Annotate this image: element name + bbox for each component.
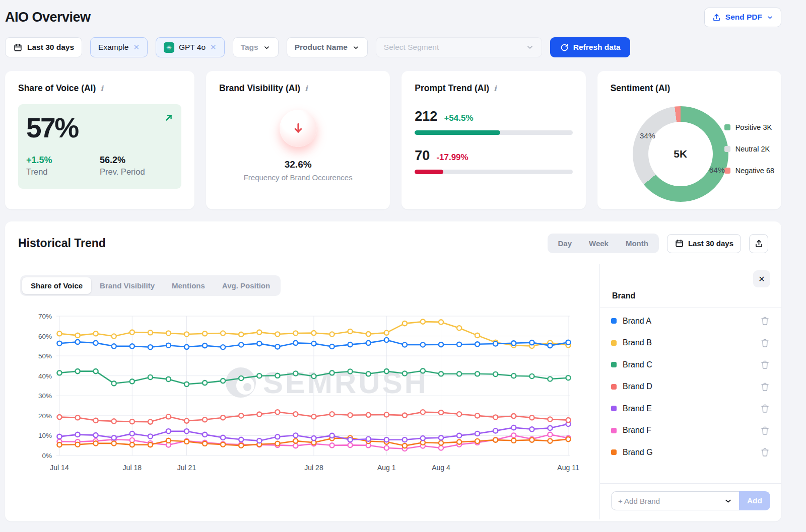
brand-name-label: Brand B [623, 338, 652, 347]
svg-text:Aug 1: Aug 1 [377, 464, 396, 472]
brand-row-brand-e: Brand E [611, 398, 770, 420]
segment-select[interactable]: Select Segment [376, 37, 542, 57]
progress-track [415, 170, 572, 174]
share-of-voice-stats: +1.5% Trend 56.2% Prev. Period [26, 155, 173, 177]
delete-brand-button[interactable] [760, 382, 770, 392]
granularity-day[interactable]: Day [550, 236, 581, 251]
kpi-cards: Share of Voice (AI) i 57% +1.5% Trend 56… [5, 71, 781, 209]
trend-label: Trend [26, 167, 100, 177]
historical-trend-title: Historical Trend [18, 237, 106, 250]
prompt-change-down: -17.99% [436, 153, 468, 163]
refresh-label: Refresh data [573, 43, 621, 52]
down-indicator-circle [280, 110, 317, 147]
export-button[interactable] [749, 234, 768, 253]
svg-text:Aug 4: Aug 4 [432, 464, 450, 472]
chevron-down-icon [724, 497, 732, 505]
svg-text:Jul 18: Jul 18 [123, 464, 142, 472]
prompt-count-down: 70 [415, 148, 430, 164]
brand-color-swatch [611, 428, 617, 433]
svg-text:0%: 0% [42, 452, 52, 460]
delete-brand-button[interactable] [760, 403, 770, 414]
filter-chip-example[interactable]: Example ✕ [90, 37, 148, 57]
brand-panel: ✕ Brand Brand ABrand BBrand CBrand DBran… [599, 264, 781, 519]
brand-name-label: Brand F [623, 426, 651, 435]
close-panel-icon[interactable]: ✕ [753, 270, 770, 287]
refresh-icon [560, 43, 569, 52]
tags-dropdown[interactable]: Tags [233, 37, 279, 57]
granularity-week[interactable]: Week [580, 236, 617, 251]
prompt-trend-row-up: 212 +54.5% [415, 109, 572, 135]
brand-color-swatch [611, 384, 617, 390]
calendar-icon [675, 239, 684, 248]
brand-color-swatch [611, 449, 617, 455]
brand-visibility-title: Brand Visibility (AI) [219, 83, 300, 94]
add-brand-select[interactable]: + Add Brand [611, 491, 739, 510]
delete-brand-button[interactable] [760, 316, 770, 326]
progress-fill-down [415, 170, 443, 174]
brand-color-swatch [611, 340, 617, 346]
sentiment-legend: Positive 3KNeutral 2KNegative 68 [724, 122, 776, 187]
card-title: Prompt Trend (AI) i [415, 83, 572, 94]
legend-label: Negative 68 [735, 167, 774, 175]
sentiment-title: Sentiment (AI) [611, 83, 670, 94]
trash-icon [760, 382, 770, 392]
chevron-down-icon [766, 14, 774, 21]
send-pdf-button[interactable]: Send PDF [704, 8, 781, 27]
info-icon[interactable]: i [100, 84, 103, 93]
brand-name-label: Brand E [623, 404, 652, 413]
calendar-icon [13, 43, 23, 52]
progress-track [415, 130, 572, 135]
remove-chip-icon[interactable]: ✕ [210, 43, 217, 52]
svg-text:Jul 14: Jul 14 [50, 464, 69, 472]
svg-text:10%: 10% [38, 432, 52, 439]
delete-brand-button[interactable] [760, 425, 770, 436]
delete-brand-button[interactable] [760, 338, 770, 348]
donut-center-value: 5K [633, 106, 728, 202]
metric-tabs: Share of Voice Brand Visibility Mentions… [20, 275, 281, 296]
filter-chip-model[interactable]: ✳ GPT 4o ✕ [156, 37, 225, 57]
tab-mentions[interactable]: Mentions [163, 277, 214, 294]
brand-visibility-subtitle: Frequency of Brand Occurences [244, 173, 353, 182]
historical-date-range-button[interactable]: Last 30 days [667, 234, 741, 253]
share-of-voice-card: Share of Voice (AI) i 57% +1.5% Trend 56… [5, 71, 194, 209]
brand-row-brand-a: Brand A [611, 310, 770, 332]
tab-avg-position[interactable]: Avg. Position [214, 277, 279, 294]
info-icon[interactable]: i [305, 84, 308, 93]
delete-brand-button[interactable] [760, 359, 770, 370]
add-brand-button[interactable]: Add [739, 491, 770, 510]
arrow-down-icon [291, 121, 306, 136]
tags-label: Tags [241, 43, 258, 52]
tab-share-of-voice[interactable]: Share of Voice [22, 277, 91, 294]
brand-row-brand-f: Brand F [611, 420, 770, 442]
chevron-down-icon [526, 43, 534, 51]
tab-brand-visibility[interactable]: Brand Visibility [91, 277, 163, 294]
brand-row-brand-b: Brand B [611, 332, 770, 354]
granularity-month[interactable]: Month [617, 236, 657, 251]
trash-icon [760, 316, 770, 326]
svg-text:20%: 20% [38, 412, 52, 420]
brand-row-brand-c: Brand C [611, 354, 770, 376]
historical-trend-header: Historical Trend Day Week Month Last 30 … [5, 221, 781, 264]
prompt-trend-card: Prompt Trend (AI) i 212 +54.5% 70 -17.99… [401, 71, 585, 209]
date-range-button[interactable]: Last 30 days [5, 37, 82, 57]
delete-brand-button[interactable] [760, 447, 770, 458]
brand-color-swatch [611, 362, 617, 367]
brand-name-label: Brand D [623, 382, 652, 391]
prompt-change-up: +54.5% [444, 113, 473, 123]
trash-icon [760, 338, 770, 348]
trend-value: +1.5% [26, 155, 100, 166]
send-pdf-label: Send PDF [725, 13, 762, 22]
svg-text:30%: 30% [38, 392, 52, 400]
svg-text:Jul 28: Jul 28 [304, 464, 323, 472]
segment-placeholder: Select Segment [384, 43, 439, 52]
product-name-dropdown[interactable]: Product Name [287, 37, 368, 57]
page-title: AIO Overview [5, 10, 91, 25]
share-of-voice-title: Share of Voice (AI) [18, 83, 96, 94]
remove-chip-icon[interactable]: ✕ [133, 43, 140, 52]
trash-icon [760, 447, 770, 458]
page: AIO Overview Send PDF Last 30 days Examp… [5, 0, 781, 521]
info-icon[interactable]: i [494, 84, 497, 93]
svg-text:Aug 11: Aug 11 [557, 464, 579, 472]
refresh-data-button[interactable]: Refresh data [550, 37, 630, 57]
export-icon [754, 239, 764, 248]
